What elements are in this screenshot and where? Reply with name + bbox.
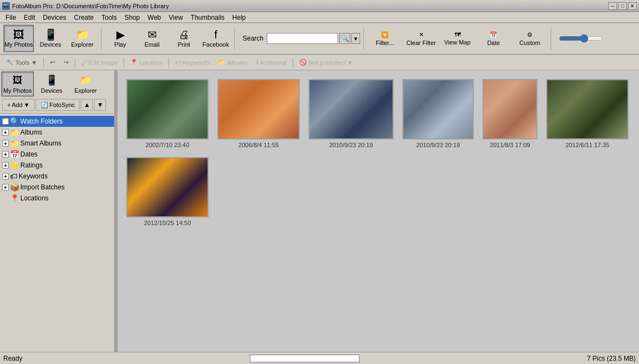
expand-keywords[interactable]: + <box>2 173 9 180</box>
explorer-tab-label: Explorer <box>75 87 97 94</box>
date-button[interactable]: 📅 Date <box>476 25 511 52</box>
minimize-button[interactable]: ─ <box>608 2 617 10</box>
photo-item-6[interactable]: 2012/6/11 17:35 <box>546 79 629 148</box>
tree-item-locations[interactable]: 📍Locations <box>0 193 114 204</box>
photo-item-3[interactable]: 2010/9/23 20:19 <box>309 79 394 148</box>
devices-button[interactable]: 📱 Devices <box>35 25 66 52</box>
expand-albums[interactable]: + <box>2 129 9 136</box>
fotosync-button[interactable]: 🔄 FotoSync <box>36 99 80 111</box>
photo-date-6: 2012/6/11 17:35 <box>565 142 609 148</box>
photo-date-4: 2010/9/23 20:19 <box>416 142 460 148</box>
tree-label-albums: Albums <box>20 128 42 136</box>
location-button[interactable]: 📍 Location <box>126 57 166 69</box>
tree-label-smart-albums: Smart Albums <box>20 139 61 147</box>
additional-icon: ℹ <box>256 59 259 66</box>
tree-item-watch-folders[interactable]: +🔍Watch Folders <box>0 116 114 127</box>
sidebar: 🖼 My Photos 📱 Devices 📁 Explorer + Add ▼ <box>0 70 115 352</box>
menu-item-devices[interactable]: Devices <box>40 13 70 23</box>
tree-icon-albums: 📁 <box>10 128 19 137</box>
view-map-button[interactable]: 🗺 View Map <box>440 25 475 52</box>
move-up-button[interactable]: ▲ <box>81 99 93 111</box>
menu-item-help[interactable]: Help <box>229 13 249 23</box>
devices-label: Devices <box>40 41 61 48</box>
albums-button[interactable]: 📁 Albums <box>214 57 251 69</box>
tree-icon-keywords: 🏷 <box>10 172 18 181</box>
facebook-button[interactable]: f Facebook <box>200 25 231 52</box>
custom-label: Custom <box>519 40 540 46</box>
status-count: 7 Pics (23.5 MB) <box>587 355 636 362</box>
filter-button[interactable]: 🔽 Filter... <box>367 25 402 52</box>
photo-item-5[interactable]: 2011/8/3 17:09 <box>483 79 537 148</box>
menu-item-edit[interactable]: Edit <box>20 13 38 23</box>
menu-item-file[interactable]: File <box>2 13 19 23</box>
edit-image-button[interactable]: 🖊 Edit Image <box>77 57 122 69</box>
tree-item-keywords[interactable]: +🏷Keywords <box>0 171 114 182</box>
search-label: Search <box>243 35 264 42</box>
menu-item-create[interactable]: Create <box>71 13 97 23</box>
menu-item-tools[interactable]: Tools <box>98 13 120 23</box>
keywords-button[interactable]: 🏷 Keywords <box>171 57 213 69</box>
photo-date-1: 2002/7/10 23:40 <box>145 142 189 148</box>
tree-item-import-batches[interactable]: +📦Import Batches <box>0 182 114 193</box>
additional-button[interactable]: ℹ Additional <box>253 57 290 69</box>
photo-thumb-5 <box>483 79 537 139</box>
title-controls: ─ □ ✕ <box>608 2 637 10</box>
tools-button[interactable]: 🔧 Tools ▼ <box>2 57 41 69</box>
custom-button[interactable]: ⚙ Custom <box>512 25 547 52</box>
tree-item-ratings[interactable]: +⭐Ratings <box>0 160 114 171</box>
custom-icon: ⚙ <box>527 31 532 38</box>
add-button[interactable]: + Add ▼ <box>2 99 35 111</box>
size-slider[interactable] <box>559 35 603 42</box>
photo-thumb-1 <box>126 79 209 139</box>
my-photos-tab-label: My Photos <box>3 87 32 94</box>
my-photos-button[interactable]: 🖼 My Photos <box>3 25 34 52</box>
sidebar-tab-explorer[interactable]: 📁 Explorer <box>69 71 102 97</box>
expand-import-batches[interactable]: + <box>2 184 9 191</box>
add-arrow: ▼ <box>24 102 30 108</box>
explorer-button[interactable]: 📁 Explorer <box>67 25 98 52</box>
sidebar-tab-my-photos[interactable]: 🖼 My Photos <box>1 71 34 97</box>
tree-icon-smart-albums: 📁 <box>10 139 19 148</box>
close-button[interactable]: ✕ <box>628 2 637 10</box>
view-map-icon: 🗺 <box>455 31 461 38</box>
view-map-label: View Map <box>444 39 470 46</box>
search-dropdown[interactable]: ▼ <box>351 33 360 44</box>
photo-item-4[interactable]: 2010/9/23 20:19 <box>402 79 474 148</box>
photo-grid: 2002/7/10 23:402006/8/4 11:552010/9/23 2… <box>117 70 639 352</box>
menu-item-web[interactable]: Web <box>144 13 164 23</box>
redo-icon: ↪ <box>64 59 69 66</box>
search-button[interactable]: 🔍 <box>339 33 350 44</box>
sep2 <box>234 27 235 49</box>
photo-item-2[interactable]: 2006/8/4 11:55 <box>217 79 300 148</box>
menu-item-thumbnails[interactable]: Thumbnails <box>187 13 228 23</box>
keywords-label: Keywords <box>183 59 209 66</box>
photo-item-7[interactable]: 2012/10/25 14:50 <box>126 157 209 226</box>
print-button[interactable]: 🖨 Print <box>169 25 199 52</box>
sep3 <box>363 27 364 49</box>
menu-item-shop[interactable]: Shop <box>121 13 143 23</box>
search-input[interactable] <box>267 33 338 44</box>
tree-item-albums[interactable]: +📁Albums <box>0 127 114 138</box>
expand-dates[interactable]: + <box>2 151 9 158</box>
move-down-button[interactable]: ▼ <box>94 99 106 111</box>
not-published-button[interactable]: 🚫 Not published ▼ <box>295 57 357 69</box>
photo-thumb-6 <box>546 79 629 139</box>
email-button[interactable]: ✉ Email <box>137 25 167 52</box>
sidebar-tab-devices[interactable]: 📱 Devices <box>35 71 68 97</box>
expand-watch-folders[interactable]: + <box>2 118 9 125</box>
undo-button[interactable]: ↩ <box>46 57 59 69</box>
expand-smart-albums[interactable]: + <box>2 140 9 147</box>
redo-button[interactable]: ↪ <box>60 57 72 69</box>
expand-ratings[interactable]: + <box>2 162 9 169</box>
clear-filter-button[interactable]: ✕ Clear Filter <box>403 25 439 52</box>
menu-item-view[interactable]: View <box>165 13 186 23</box>
play-button[interactable]: ▶ Play <box>105 25 136 52</box>
photo-item-1[interactable]: 2002/7/10 23:40 <box>126 79 209 148</box>
date-icon: 📅 <box>490 31 497 38</box>
tree-item-smart-albums[interactable]: +📁Smart Albums <box>0 138 114 149</box>
keywords-icon: 🏷 <box>175 59 181 66</box>
maximize-button[interactable]: □ <box>618 2 627 10</box>
title-bar: 📷 FotoAlbum Pro: D:\Documents\FotoTime\M… <box>0 0 639 12</box>
explorer-tab-icon: 📁 <box>80 74 92 86</box>
tree-item-dates[interactable]: +📅Dates <box>0 149 114 160</box>
